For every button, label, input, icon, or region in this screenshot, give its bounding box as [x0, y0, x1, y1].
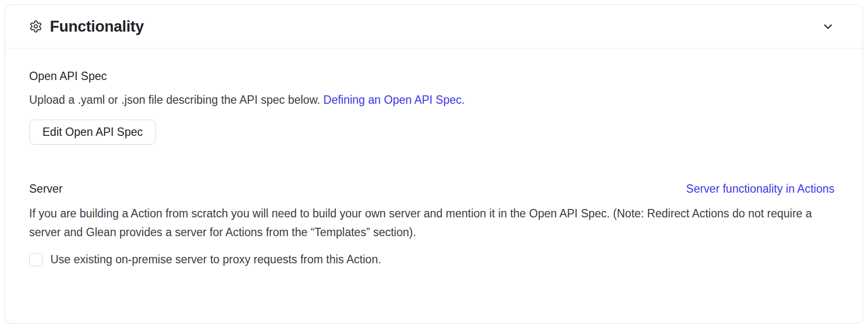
proxy-checkbox-label: Use existing on-premise server to proxy … [50, 252, 381, 267]
proxy-checkbox-row: Use existing on-premise server to proxy … [29, 252, 834, 267]
defining-open-api-spec-link[interactable]: Defining an Open API Spec. [323, 93, 465, 106]
open-api-spec-description: Upload a .yaml or .json file describing … [29, 90, 834, 109]
gear-icon [29, 20, 42, 33]
open-api-spec-section: Open API Spec Upload a .yaml or .json fi… [29, 69, 834, 145]
panel-title: Functionality [50, 18, 144, 36]
panel-body: Open API Spec Upload a .yaml or .json fi… [5, 48, 863, 267]
functionality-panel: Functionality Open API Spec Upload a .ya… [4, 4, 863, 324]
server-description: If you are building a Action from scratc… [29, 204, 834, 242]
edit-open-api-spec-button[interactable]: Edit Open API Spec [29, 120, 156, 145]
chevron-down-icon[interactable] [822, 20, 834, 33]
panel-header[interactable]: Functionality [5, 5, 863, 48]
proxy-checkbox[interactable] [29, 253, 42, 266]
server-section-head: Server Server functionality in Actions [29, 181, 834, 196]
open-api-spec-label: Open API Spec [29, 69, 834, 83]
server-functionality-link[interactable]: Server functionality in Actions [686, 182, 834, 196]
server-label: Server [29, 181, 63, 196]
server-section: Server Server functionality in Actions I… [29, 181, 834, 267]
open-api-spec-description-text: Upload a .yaml or .json file describing … [29, 93, 323, 106]
